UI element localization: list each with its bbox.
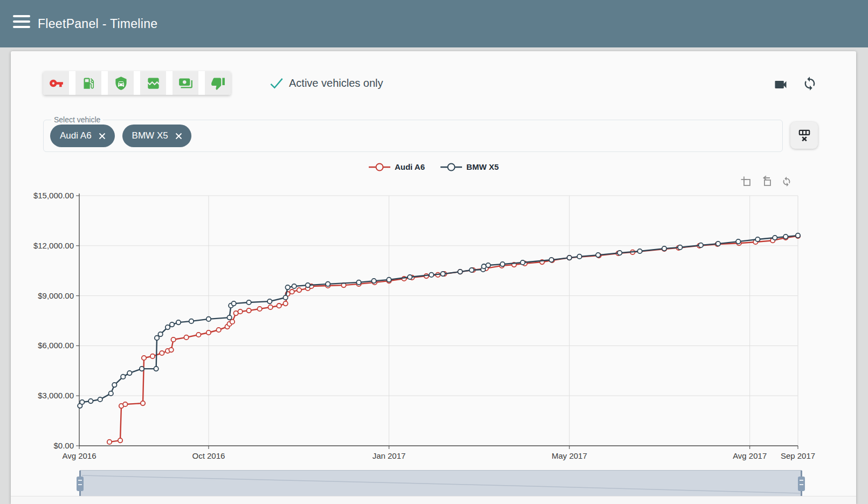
hamburger-bar: [13, 15, 30, 17]
page-title: FleetPanel - Timeline: [38, 0, 157, 47]
zoom-selection-icon: [740, 175, 752, 187]
range-handle-grip[interactable]: [77, 477, 84, 491]
filter-payments-button[interactable]: [173, 71, 198, 95]
chip-remove-icon[interactable]: [175, 132, 183, 140]
svg-text:Avg 2017: Avg 2017: [733, 451, 767, 460]
timeline-chart[interactable]: $0.00$3,000.00$6,000.00$9,000.00$12,000.…: [11, 186, 836, 472]
legend-label: BMW X5: [466, 162, 499, 171]
fuel-pump-icon: [81, 76, 96, 91]
legend-label: Audi A6: [395, 162, 425, 171]
vehicle-chip-audi-a6[interactable]: Audi A6: [50, 125, 115, 147]
chip-remove-icon[interactable]: [98, 132, 106, 140]
shield-car-icon: [114, 76, 128, 91]
legend-item-audi-a6[interactable]: Audi A6: [368, 162, 425, 171]
payments-icon: [178, 76, 193, 91]
sync-icon: [802, 76, 817, 91]
filter-key-button[interactable]: [43, 71, 69, 95]
range-navigator[interactable]: [80, 470, 802, 496]
vehicle-chip-bmw-x5[interactable]: BMW X5: [122, 125, 191, 147]
filter-button-group: [43, 71, 231, 95]
bottom-strip: [11, 496, 856, 504]
hamburger-menu-button[interactable]: [13, 15, 31, 31]
filter-fuel-button[interactable]: [75, 71, 101, 95]
chip-label: Audi A6: [60, 130, 92, 141]
filter-insurance-button[interactable]: [108, 71, 134, 95]
legend-marker-bmw-x5: [440, 163, 463, 171]
hamburger-bar: [13, 26, 30, 28]
hamburger-bar: [13, 20, 30, 23]
filter-thumb-down-button[interactable]: [205, 71, 231, 95]
clear-columns-icon: [797, 128, 811, 142]
svg-text:Sep 2017: Sep 2017: [781, 451, 815, 460]
legend-item-bmw-x5[interactable]: BMW X5: [440, 162, 499, 171]
thumb-down-icon: [211, 76, 225, 91]
check-icon: [268, 75, 285, 91]
active-vehicles-label: Active vehicles only: [289, 77, 383, 89]
svg-text:$3,000.00: $3,000.00: [38, 391, 74, 400]
reset-zoom-icon: [781, 175, 793, 187]
chip-label: BMW X5: [132, 130, 168, 141]
range-handle-grip[interactable]: [798, 477, 805, 491]
svg-text:May 2017: May 2017: [552, 451, 587, 460]
navigator-preview: [80, 471, 802, 496]
svg-text:Oct 2016: Oct 2016: [192, 451, 225, 460]
svg-text:$6,000.00: $6,000.00: [38, 341, 74, 350]
svg-text:$9,000.00: $9,000.00: [38, 291, 74, 300]
app-header: FleetPanel - Timeline: [0, 0, 868, 47]
sync-button[interactable]: [802, 76, 817, 93]
clear-selection-button[interactable]: [790, 122, 818, 149]
main-card: Active vehicles only Select vehicle Audi…: [11, 51, 856, 504]
svg-text:$0.00: $0.00: [53, 441, 74, 450]
active-vehicles-checkbox[interactable]: Active vehicles only: [268, 75, 383, 91]
svg-text:$12,000.00: $12,000.00: [33, 241, 74, 250]
svg-text:Jan 2017: Jan 2017: [373, 451, 406, 460]
vehicle-select-label: Select vehicle: [51, 115, 103, 124]
legend-marker-audi-a6: [368, 163, 391, 171]
filter-damage-button[interactable]: [140, 71, 166, 95]
page: FleetPanel - Timeline: [0, 0, 868, 504]
svg-text:Avg 2016: Avg 2016: [62, 451, 96, 460]
svg-text:$15,000.00: $15,000.00: [33, 191, 74, 200]
broken-image-icon: [146, 76, 161, 91]
video-camera-button[interactable]: [773, 77, 788, 94]
chart-legend: Audi A6 BMW X5: [11, 162, 856, 171]
video-camera-icon: [773, 77, 788, 92]
zoom-back-icon: [760, 175, 772, 187]
vehicle-select-field[interactable]: Select vehicle Audi A6 BMW X5: [43, 120, 783, 152]
key-icon: [49, 76, 64, 91]
